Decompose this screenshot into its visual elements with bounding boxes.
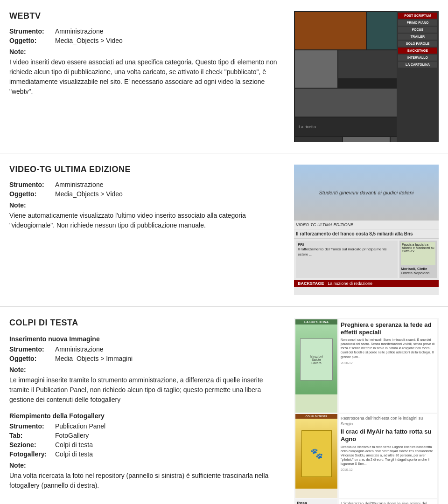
colpi-title: COLPI DI TESTA [9,318,285,328]
webtv-strumento-value: Amministrazione [55,28,103,35]
riempimento-tab-value: FotoGallery [55,432,89,439]
riempimento-strumento-label: Strumento: [9,422,51,430]
riempimento-note-text: Una volta ricercata la foto nel reposito… [9,471,285,490]
videotg-screenshot: Studenti ginevrini davanti ai giudici it… [294,165,439,295]
riempimento-strumento-value: Publication Panel [55,422,105,430]
webtv-note-text: I video inseriti devo essere associati a… [9,57,285,97]
webtv-title: WEBTV [9,11,285,21]
webtv-section: WEBTV Strumento: Amministrazione Oggetto… [0,0,448,153]
webtv-content: WEBTV Strumento: Amministrazione Oggetto… [9,11,285,142]
colpi-oggetto-row: Oggetto: Media_Objects > Immagini [9,355,285,362]
videotg-image: Studenti ginevrini davanti ai giudici it… [294,165,439,295]
videotg-title: VIDEO-TG ULTIMA EDIZIONE [9,165,285,174]
colpi-strumento-label: Strumento: [9,345,51,353]
webtv-image: La ricetta POST SCRIPTUM PRIMO PIANO FOC… [294,11,439,142]
videotg-note-label: Note: [9,201,285,209]
inserimento-subtitle: Inserimento nuova Immagine [9,335,285,343]
colpi-note-label: Note: [9,366,285,373]
colpi-content: COLPI DI TESTA Inserimento nuova Immagin… [9,318,285,494]
riempimento-fotogallery-value: Colpi di testa [55,450,93,458]
riempimento-tab-label: Tab: [9,432,51,439]
videotg-strumento-label: Strumento: [9,181,51,188]
videotg-oggetto-value: Media_Objects > Video [55,190,123,198]
webtv-screenshot: La ricetta POST SCRIPTUM PRIMO PIANO FOC… [294,11,439,142]
videotg-content: VIDEO-TG ULTIMA EDIZIONE Strumento: Ammi… [9,165,285,295]
colpi-oggetto-label: Oggetto: [9,355,51,362]
videotg-strumento-row: Strumento: Amministrazione [9,181,285,188]
riempimento-note-label: Note: [9,462,285,469]
colpi-image: LA COPERTINA IstruzioniSaluteLavoro Preg… [294,318,439,504]
riempimento-sezione-row: Sezione: Colpi di testa [9,441,285,449]
videotg-oggetto-label: Oggetto: [9,190,51,198]
videotg-oggetto-row: Oggetto: Media_Objects > Video [9,190,285,198]
riempimento-title: Riempimento della Fotogallery [9,412,285,420]
webtv-strumento-label: Strumento: [9,28,51,35]
colpi-section: COLPI DI TESTA Inserimento nuova Immagin… [0,307,448,504]
webtv-oggetto-row: Oggetto: Media_Objects > Video [9,37,285,44]
videotg-note-text: Viene automaticamente visualizzato l'ult… [9,211,285,230]
riempimento-tab-row: Tab: FotoGallery [9,432,285,439]
webtv-oggetto-value: Media_Objects > Video [55,37,123,44]
colpi-note-text: Le immagini inserite tramite lo strument… [9,375,285,405]
riempimento-fotogallery-label: Fotogallery: [9,450,51,458]
colpi-oggetto-value: Media_Objects > Immagini [55,355,133,362]
colpi-screenshot: LA COPERTINA IstruzioniSaluteLavoro Preg… [294,318,439,504]
colpi-strumento-value: Amministrazione [55,345,103,353]
riempimento-fotogallery-row: Fotogallery: Colpi di testa [9,450,285,458]
videotg-section: VIDEO-TG ULTIMA EDIZIONE Strumento: Ammi… [0,153,448,307]
riempimento-sezione-value: Colpi di testa [55,441,93,449]
webtv-oggetto-label: Oggetto: [9,37,51,44]
webtv-note-label: Note: [9,48,285,55]
colpi-strumento-row: Strumento: Amministrazione [9,345,285,353]
videotg-strumento-value: Amministrazione [55,181,103,188]
riempimento-sezione-label: Sezione: [9,441,51,449]
webtv-strumento-row: Strumento: Amministrazione [9,28,285,35]
riempimento-strumento-row: Strumento: Publication Panel [9,422,285,430]
